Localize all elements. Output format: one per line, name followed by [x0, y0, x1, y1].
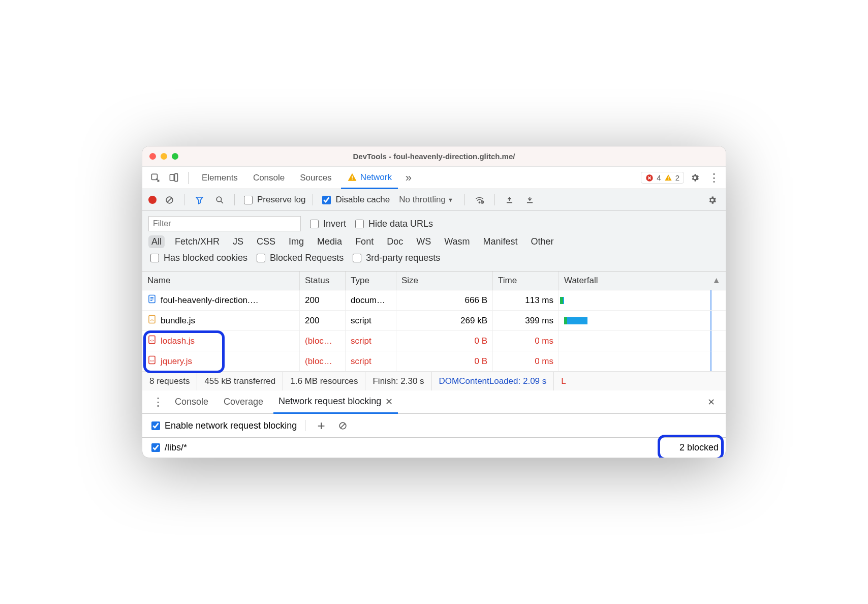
- blocked-requests-checkbox[interactable]: Blocked Requests: [255, 252, 344, 264]
- file-type-icon: <>: [147, 314, 157, 327]
- minimize-window-button[interactable]: [161, 153, 167, 160]
- type-chip-ws[interactable]: WS: [413, 235, 434, 248]
- search-icon[interactable]: [212, 192, 227, 207]
- type-chip-other[interactable]: Other: [528, 235, 557, 248]
- disable-cache-checkbox[interactable]: Disable cache: [320, 194, 390, 206]
- request-row[interactable]: <>lodash.js (bloc… script 0 B 0 ms: [142, 331, 726, 351]
- col-waterfall[interactable]: Waterfall▲: [559, 271, 726, 290]
- add-pattern-icon[interactable]: +: [314, 418, 329, 433]
- svg-rect-7: [668, 179, 668, 179]
- type-chip-css[interactable]: CSS: [254, 235, 278, 248]
- tab-sources[interactable]: Sources: [294, 167, 337, 189]
- col-status[interactable]: Status: [300, 271, 346, 290]
- network-toolbar: Preserve log Disable cache No throttling…: [142, 189, 726, 211]
- type-chip-js[interactable]: JS: [230, 235, 246, 248]
- svg-rect-13: [527, 202, 533, 203]
- request-type: script: [346, 311, 396, 330]
- filter-input[interactable]: [148, 216, 301, 231]
- blocking-toolbar: Enable network request blocking +: [142, 414, 726, 438]
- inspect-element-icon[interactable]: [147, 170, 163, 186]
- issue-badges[interactable]: 4 2: [641, 172, 684, 184]
- col-type[interactable]: Type: [346, 271, 396, 290]
- type-chip-font[interactable]: Font: [352, 235, 377, 248]
- preserve-log-checkbox[interactable]: Preserve log: [242, 194, 305, 206]
- hide-data-urls-checkbox[interactable]: Hide data URLs: [353, 218, 433, 230]
- drawer-menu-icon[interactable]: ⋮: [149, 395, 165, 410]
- window-titlebar: DevTools - foul-heavenly-direction.glitc…: [142, 146, 726, 167]
- error-count: 4: [657, 173, 661, 182]
- device-toolbar-icon[interactable]: [166, 170, 181, 186]
- close-tab-icon[interactable]: ✕: [385, 396, 393, 407]
- import-har-icon[interactable]: [502, 192, 517, 207]
- type-chip-media[interactable]: Media: [314, 235, 345, 248]
- type-chip-wasm[interactable]: Wasm: [441, 235, 473, 248]
- request-name: bundle.js: [161, 316, 195, 326]
- type-chip-all[interactable]: All: [148, 235, 165, 248]
- network-status-bar: 8 requests 455 kB transferred 1.6 MB res…: [142, 372, 726, 390]
- type-filters: AllFetch/XHRJSCSSImgMediaFontDocWSWasmMa…: [148, 233, 720, 250]
- drawer-tab-console[interactable]: Console: [170, 390, 213, 414]
- col-size[interactable]: Size: [396, 271, 493, 290]
- request-row[interactable]: <>jquery.js (bloc… script 0 B 0 ms: [142, 351, 726, 372]
- clear-icon[interactable]: [162, 192, 177, 207]
- filter-icon[interactable]: [192, 192, 207, 207]
- has-blocked-cookies-checkbox[interactable]: Has blocked cookies: [148, 252, 247, 264]
- request-size: 269 kB: [396, 311, 493, 330]
- sort-indicator-icon: ▲: [712, 276, 721, 286]
- request-row[interactable]: <>bundle.js 200 script 269 kB 399 ms: [142, 311, 726, 331]
- blocked-count: 2 blocked: [679, 442, 719, 453]
- checkbox-label: Enable network request blocking: [165, 420, 297, 431]
- tab-network[interactable]: Network: [341, 167, 398, 189]
- svg-text:<>: <>: [150, 318, 154, 322]
- tab-console[interactable]: Console: [247, 167, 291, 189]
- settings-icon[interactable]: [687, 170, 702, 186]
- window-title: DevTools - foul-heavenly-direction.glitc…: [142, 152, 726, 161]
- checkbox-label: Preserve log: [257, 195, 305, 205]
- status-resources: 1.6 MB resources: [283, 372, 365, 390]
- export-har-icon[interactable]: [522, 192, 538, 207]
- traffic-lights: [149, 153, 178, 160]
- checkbox-label: Invert: [323, 219, 346, 229]
- tab-elements[interactable]: Elements: [196, 167, 244, 189]
- request-type: docum…: [346, 290, 396, 310]
- more-tabs-icon[interactable]: »: [401, 170, 416, 186]
- throttling-select[interactable]: No throttling ▼: [395, 195, 457, 205]
- request-name: lodash.js: [161, 336, 195, 346]
- type-chip-manifest[interactable]: Manifest: [480, 235, 521, 248]
- close-drawer-icon[interactable]: ✕: [703, 395, 719, 410]
- zoom-window-button[interactable]: [172, 153, 178, 160]
- invert-checkbox[interactable]: Invert: [308, 218, 346, 230]
- col-name[interactable]: Name: [142, 271, 300, 290]
- type-chip-fetch-xhr[interactable]: Fetch/XHR: [172, 235, 223, 248]
- request-waterfall: [559, 351, 726, 371]
- third-party-checkbox[interactable]: 3rd-party requests: [351, 252, 440, 264]
- request-status: 200: [300, 311, 346, 330]
- blocking-pattern-row[interactable]: /libs/* 2 blocked: [142, 438, 726, 458]
- kebab-menu-icon[interactable]: ⋮: [705, 170, 721, 186]
- col-time[interactable]: Time: [493, 271, 559, 290]
- request-row[interactable]: foul-heavenly-direction.… 200 docum… 666…: [142, 290, 726, 311]
- type-chip-doc[interactable]: Doc: [384, 235, 406, 248]
- tab-label: Sources: [300, 173, 331, 183]
- drawer-tab-network-request-blocking[interactable]: Network request blocking ✕: [273, 390, 398, 414]
- tab-label: Network request blocking: [278, 396, 381, 407]
- network-conditions-icon[interactable]: [472, 192, 487, 207]
- request-type: script: [346, 351, 396, 371]
- type-chip-img[interactable]: Img: [286, 235, 307, 248]
- pattern-text: /libs/*: [165, 442, 187, 453]
- remove-all-patterns-icon[interactable]: [335, 418, 350, 433]
- record-button[interactable]: [148, 196, 157, 204]
- enable-blocking-checkbox[interactable]: Enable network request blocking: [149, 420, 297, 432]
- status-dcl: DOMContentLoaded: 2.09 s: [432, 372, 554, 390]
- svg-rect-3: [352, 175, 353, 178]
- drawer-tab-coverage[interactable]: Coverage: [219, 390, 268, 414]
- close-window-button[interactable]: [149, 153, 156, 160]
- pattern-checkbox[interactable]: /libs/*: [149, 442, 187, 454]
- checkbox-label: Hide data URLs: [368, 219, 433, 229]
- tab-label: Elements: [202, 173, 238, 183]
- checkbox-label: Has blocked cookies: [164, 253, 247, 263]
- panel-settings-icon[interactable]: [704, 192, 720, 207]
- svg-rect-2: [174, 174, 177, 182]
- tab-label: Console: [175, 397, 208, 407]
- request-type: script: [346, 331, 396, 351]
